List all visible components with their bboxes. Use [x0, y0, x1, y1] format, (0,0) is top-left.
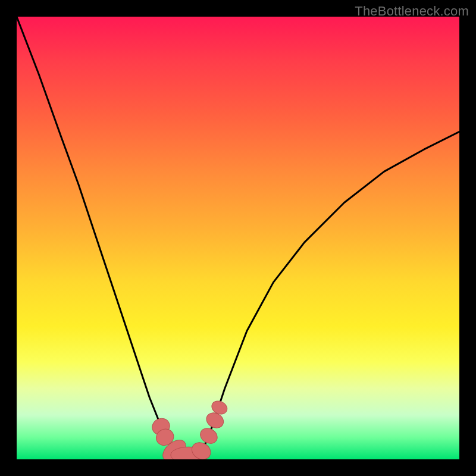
- plot-area: [17, 17, 459, 459]
- bottleneck-curve: [17, 17, 459, 455]
- outer-frame: TheBottleneck.com: [0, 0, 476, 476]
- watermark-text: TheBottleneck.com: [355, 4, 469, 19]
- curve-path: [17, 17, 459, 455]
- marker-layer: [149, 399, 229, 459]
- chart-svg: [17, 17, 459, 459]
